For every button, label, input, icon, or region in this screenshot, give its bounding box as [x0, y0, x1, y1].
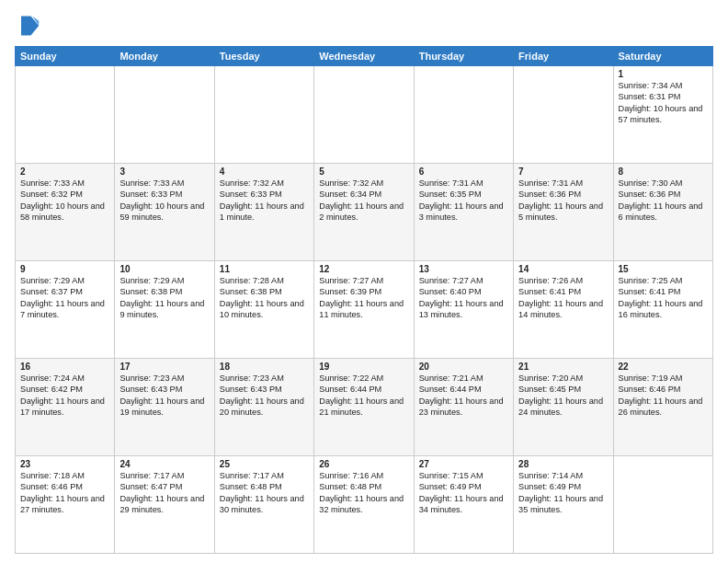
calendar-cell: 18Sunrise: 7:23 AM Sunset: 6:43 PM Dayli…	[214, 359, 313, 456]
calendar-cell: 20Sunrise: 7:21 AM Sunset: 6:44 PM Dayli…	[414, 359, 513, 456]
day-number: 5	[319, 167, 408, 177]
cell-content: Sunrise: 7:29 AM Sunset: 6:37 PM Dayligh…	[20, 275, 109, 321]
cell-content: Sunrise: 7:18 AM Sunset: 6:46 PM Dayligh…	[20, 470, 109, 516]
calendar-cell: 10Sunrise: 7:29 AM Sunset: 6:38 PM Dayli…	[115, 261, 214, 359]
day-number: 2	[20, 167, 109, 177]
cell-content: Sunrise: 7:17 AM Sunset: 6:47 PM Dayligh…	[119, 470, 209, 516]
day-number: 14	[518, 264, 608, 274]
calendar-cell	[414, 66, 513, 164]
cell-content: Sunrise: 7:19 AM Sunset: 6:46 PM Dayligh…	[619, 373, 708, 419]
calendar-cell: 26Sunrise: 7:16 AM Sunset: 6:48 PM Dayli…	[314, 456, 414, 554]
cell-content: Sunrise: 7:31 AM Sunset: 6:35 PM Dayligh…	[419, 178, 508, 224]
day-number: 12	[319, 264, 408, 274]
cell-content: Sunrise: 7:34 AM Sunset: 6:31 PM Dayligh…	[619, 80, 708, 126]
calendar-cell: 21Sunrise: 7:20 AM Sunset: 6:45 PM Dayli…	[514, 359, 613, 456]
day-number: 22	[619, 362, 708, 372]
week-row-3: 16Sunrise: 7:24 AM Sunset: 6:42 PM Dayli…	[16, 359, 713, 456]
cell-content: Sunrise: 7:27 AM Sunset: 6:39 PM Dayligh…	[319, 275, 408, 321]
calendar-cell: 22Sunrise: 7:19 AM Sunset: 6:46 PM Dayli…	[613, 359, 712, 456]
cell-content: Sunrise: 7:29 AM Sunset: 6:38 PM Dayligh…	[119, 275, 209, 321]
cell-content: Sunrise: 7:16 AM Sunset: 6:48 PM Dayligh…	[319, 470, 408, 516]
day-number: 8	[619, 167, 708, 177]
cell-content: Sunrise: 7:28 AM Sunset: 6:38 PM Dayligh…	[220, 275, 309, 321]
calendar-cell: 17Sunrise: 7:23 AM Sunset: 6:43 PM Dayli…	[115, 359, 214, 456]
cell-content: Sunrise: 7:30 AM Sunset: 6:36 PM Dayligh…	[619, 178, 708, 224]
day-number: 19	[319, 362, 408, 372]
cell-content: Sunrise: 7:24 AM Sunset: 6:42 PM Dayligh…	[20, 373, 109, 419]
day-number: 26	[319, 459, 408, 469]
cell-content: Sunrise: 7:33 AM Sunset: 6:33 PM Dayligh…	[119, 178, 209, 224]
week-row-4: 23Sunrise: 7:18 AM Sunset: 6:46 PM Dayli…	[16, 456, 713, 554]
day-number: 9	[20, 264, 109, 274]
day-number: 11	[220, 264, 309, 274]
cell-content: Sunrise: 7:23 AM Sunset: 6:43 PM Dayligh…	[119, 373, 209, 419]
cell-content: Sunrise: 7:27 AM Sunset: 6:40 PM Dayligh…	[419, 275, 508, 321]
calendar-cell: 1Sunrise: 7:34 AM Sunset: 6:31 PM Daylig…	[613, 66, 712, 164]
calendar-cell: 25Sunrise: 7:17 AM Sunset: 6:48 PM Dayli…	[214, 456, 313, 554]
calendar-cell: 23Sunrise: 7:18 AM Sunset: 6:46 PM Dayli…	[16, 456, 115, 554]
cell-content: Sunrise: 7:32 AM Sunset: 6:34 PM Dayligh…	[319, 178, 408, 224]
header	[15, 13, 713, 39]
day-header-friday: Friday	[514, 47, 613, 66]
cell-content: Sunrise: 7:20 AM Sunset: 6:45 PM Dayligh…	[518, 373, 608, 419]
day-number: 3	[119, 167, 209, 177]
calendar-cell: 12Sunrise: 7:27 AM Sunset: 6:39 PM Dayli…	[314, 261, 414, 359]
header-row: SundayMondayTuesdayWednesdayThursdayFrid…	[16, 47, 713, 66]
cell-content: Sunrise: 7:26 AM Sunset: 6:41 PM Dayligh…	[518, 275, 608, 321]
calendar-cell: 11Sunrise: 7:28 AM Sunset: 6:38 PM Dayli…	[214, 261, 313, 359]
logo-icon	[15, 13, 40, 39]
calendar-cell: 13Sunrise: 7:27 AM Sunset: 6:40 PM Dayli…	[414, 261, 513, 359]
day-header-saturday: Saturday	[613, 47, 712, 66]
calendar-cell	[16, 66, 115, 164]
calendar-cell: 15Sunrise: 7:25 AM Sunset: 6:41 PM Dayli…	[613, 261, 712, 359]
cell-content: Sunrise: 7:31 AM Sunset: 6:36 PM Dayligh…	[518, 178, 608, 224]
calendar-cell: 4Sunrise: 7:32 AM Sunset: 6:33 PM Daylig…	[214, 164, 313, 261]
cell-content: Sunrise: 7:14 AM Sunset: 6:49 PM Dayligh…	[518, 470, 608, 516]
cell-content: Sunrise: 7:23 AM Sunset: 6:43 PM Dayligh…	[220, 373, 309, 419]
calendar-cell: 8Sunrise: 7:30 AM Sunset: 6:36 PM Daylig…	[613, 164, 712, 261]
cell-content: Sunrise: 7:15 AM Sunset: 6:49 PM Dayligh…	[419, 470, 508, 516]
week-row-2: 9Sunrise: 7:29 AM Sunset: 6:37 PM Daylig…	[16, 261, 713, 359]
calendar-cell: 28Sunrise: 7:14 AM Sunset: 6:49 PM Dayli…	[514, 456, 613, 554]
day-number: 20	[419, 362, 508, 372]
calendar-cell	[314, 66, 414, 164]
day-number: 1	[619, 69, 708, 79]
cell-content: Sunrise: 7:32 AM Sunset: 6:33 PM Dayligh…	[220, 178, 309, 224]
calendar-header: SundayMondayTuesdayWednesdayThursdayFrid…	[16, 47, 713, 66]
day-number: 27	[419, 459, 508, 469]
calendar-cell: 24Sunrise: 7:17 AM Sunset: 6:47 PM Dayli…	[115, 456, 214, 554]
calendar-cell: 9Sunrise: 7:29 AM Sunset: 6:37 PM Daylig…	[16, 261, 115, 359]
calendar-cell: 2Sunrise: 7:33 AM Sunset: 6:32 PM Daylig…	[16, 164, 115, 261]
calendar-cell: 19Sunrise: 7:22 AM Sunset: 6:44 PM Dayli…	[314, 359, 414, 456]
calendar-cell: 27Sunrise: 7:15 AM Sunset: 6:49 PM Dayli…	[414, 456, 513, 554]
cell-content: Sunrise: 7:21 AM Sunset: 6:44 PM Dayligh…	[419, 373, 508, 419]
calendar-table: SundayMondayTuesdayWednesdayThursdayFrid…	[15, 46, 713, 554]
day-number: 6	[419, 167, 508, 177]
logo	[15, 13, 44, 39]
cell-content: Sunrise: 7:22 AM Sunset: 6:44 PM Dayligh…	[319, 373, 408, 419]
day-number: 23	[20, 459, 109, 469]
cell-content: Sunrise: 7:17 AM Sunset: 6:48 PM Dayligh…	[220, 470, 309, 516]
calendar-cell: 14Sunrise: 7:26 AM Sunset: 6:41 PM Dayli…	[514, 261, 613, 359]
calendar-cell: 16Sunrise: 7:24 AM Sunset: 6:42 PM Dayli…	[16, 359, 115, 456]
calendar-cell	[613, 456, 712, 554]
calendar-cell: 5Sunrise: 7:32 AM Sunset: 6:34 PM Daylig…	[314, 164, 414, 261]
cell-content: Sunrise: 7:33 AM Sunset: 6:32 PM Dayligh…	[20, 178, 109, 224]
day-header-sunday: Sunday	[16, 47, 115, 66]
day-header-wednesday: Wednesday	[314, 47, 414, 66]
day-header-thursday: Thursday	[414, 47, 513, 66]
day-number: 16	[20, 362, 109, 372]
day-number: 18	[220, 362, 309, 372]
day-number: 21	[518, 362, 608, 372]
day-header-tuesday: Tuesday	[214, 47, 313, 66]
day-number: 15	[619, 264, 708, 274]
page: SundayMondayTuesdayWednesdayThursdayFrid…	[0, 0, 728, 563]
calendar-cell	[514, 66, 613, 164]
calendar-body: 1Sunrise: 7:34 AM Sunset: 6:31 PM Daylig…	[16, 66, 713, 554]
week-row-1: 2Sunrise: 7:33 AM Sunset: 6:32 PM Daylig…	[16, 164, 713, 261]
day-number: 25	[220, 459, 309, 469]
cell-content: Sunrise: 7:25 AM Sunset: 6:41 PM Dayligh…	[619, 275, 708, 321]
calendar-cell: 3Sunrise: 7:33 AM Sunset: 6:33 PM Daylig…	[115, 164, 214, 261]
day-number: 17	[119, 362, 209, 372]
calendar-cell: 7Sunrise: 7:31 AM Sunset: 6:36 PM Daylig…	[514, 164, 613, 261]
